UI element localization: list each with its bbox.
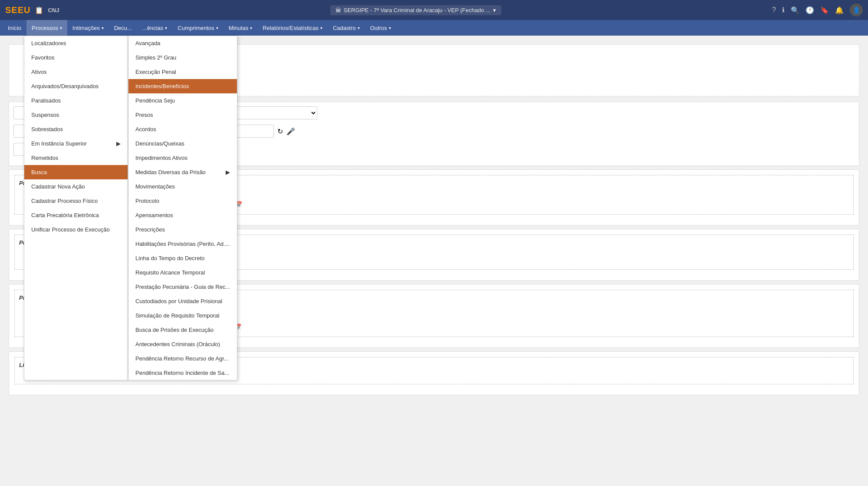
nav-intimacoes-arrow: ▾ (102, 26, 104, 30)
nav-encias-arrow: ▾ (165, 26, 167, 30)
menu-busca[interactable]: Busca (24, 165, 128, 179)
nav-outros[interactable]: Outros ▾ (365, 20, 396, 36)
menu-ativos[interactable]: Ativos (24, 65, 128, 79)
menu-localizadores[interactable]: Localizadores (24, 36, 128, 50)
menu-remetidos[interactable]: Remetidos (24, 151, 128, 165)
nav-processos-label: Processos (32, 25, 58, 31)
menu-arquivados[interactable]: Arquivados/Desarquivados (24, 79, 128, 93)
nav-relatorios-label: Relatórios/Estatísticas (263, 25, 319, 31)
nav-intimacoes-label: Intimações (72, 25, 100, 31)
court-selector[interactable]: 🏛 SERGIPE - 7ª Vara Criminal de Aracaju … (330, 5, 501, 15)
menu-em-instancia-label: Em Instância Superior (31, 140, 87, 147)
menu-prestacao-pecuniaria[interactable]: Prestação Pecuniária - Guia de Rec... (128, 280, 237, 294)
topbar-right: ? ℹ 🔍 🕐 🔖 🔔 👤 (772, 3, 863, 17)
menu-simulacao[interactable]: Simulação de Requisito Temporal (128, 308, 237, 323)
menu-requisito-alcance[interactable]: Requisito Alcance Temporal (128, 265, 237, 280)
nav-outros-arrow: ▾ (389, 26, 391, 30)
nav-outros-label: Outros (370, 25, 387, 31)
menu-custodiados[interactable]: Custodiados por Unidade Prisional (128, 294, 237, 308)
help-icon[interactable]: ? (772, 6, 776, 14)
menu-carta-precatoria[interactable]: Carta Precatória Eletrônica (24, 208, 128, 222)
nav-processos[interactable]: Processos ▾ (26, 20, 67, 36)
menu-movimentacoes[interactable]: Movimentações (128, 179, 237, 194)
menu-sobrestados[interactable]: Sobrestados (24, 122, 128, 136)
menu-execucao-penal[interactable]: Execução Penal (128, 65, 237, 79)
menu-habilitacoes[interactable]: Habilitações Provisórias (Perito, Ad.... (128, 237, 237, 251)
cnj-icon[interactable]: CNJ (48, 7, 59, 13)
menu-apensamentos[interactable]: Apensamentos (128, 208, 237, 222)
menu-incidentes-beneficios[interactable]: Incidentes/Benefícios (128, 79, 237, 93)
nav-minutas-arrow: ▾ (250, 26, 252, 30)
menu-paralisados[interactable]: Paralisados (24, 93, 128, 108)
menu-protocolo[interactable]: Protocolo (128, 194, 237, 208)
menu-prescricoes[interactable]: Prescrições (128, 222, 237, 237)
info-icon[interactable]: ℹ (782, 6, 785, 14)
menu-em-instancia[interactable]: Em Instância Superior ▶ (24, 136, 128, 151)
nav-encias-label: ...ências (142, 25, 163, 31)
nav-decu[interactable]: Decu... (109, 20, 137, 36)
menu-avancada[interactable]: Avançada (128, 36, 237, 50)
menu-cadastrar-nova-acao[interactable]: Cadastrar Nova Ação (24, 179, 128, 194)
processos-secondary-menu: Avançada Simples 2º Grau Execução Penal … (128, 36, 237, 380)
nav-inicio[interactable]: Início (3, 20, 26, 36)
menu-medidas-diversas-arrow: ▶ (226, 169, 230, 175)
nav-minutas-label: Minutas (229, 25, 249, 31)
mic-button[interactable]: 🎤 (286, 127, 295, 136)
court-name: SERGIPE - 7ª Vara Criminal de Aracaju - … (344, 7, 490, 13)
history-icon[interactable]: 🕐 (806, 6, 814, 14)
menu-impedimentos-ativos[interactable]: Impedimentos Ativos (128, 151, 237, 165)
menu-suspensos[interactable]: Suspensos (24, 108, 128, 122)
menu-cadastrar-processo-fisico[interactable]: Cadastrar Processo Físico (24, 194, 128, 208)
nav-processos-arrow: ▾ (60, 26, 62, 30)
building-icon: 🏛 (335, 7, 341, 13)
processos-dropdown: Localizadores Favoritos Ativos Arquivado… (24, 36, 237, 380)
menu-denuncias-queixas[interactable]: Denúncias/Queixas (128, 136, 237, 151)
menu-pendencia-recurso[interactable]: Pendência Retorno Recurso de Agr... (128, 351, 237, 366)
nav-cadastro[interactable]: Cadastro ▾ (328, 20, 365, 36)
nav-intimacoes[interactable]: Intimações ▾ (67, 20, 109, 36)
menu-simples-2grau[interactable]: Simples 2º Grau (128, 50, 237, 65)
menu-favoritos[interactable]: Favoritos (24, 50, 128, 65)
nav-decu-label: Decu... (114, 25, 132, 31)
logo: SEEU (5, 5, 30, 15)
navbar: Início Processos ▾ Intimações ▾ Decu... … (0, 20, 868, 36)
nav-encias[interactable]: ...ências ▾ (137, 20, 172, 36)
nav-relatorios-arrow: ▾ (320, 26, 322, 30)
menu-pendencia-seju[interactable]: Pendência Seju (128, 93, 237, 108)
nav-cumprimentos[interactable]: Cumprimentos ▾ (172, 20, 224, 36)
processos-primary-menu: Localizadores Favoritos Ativos Arquivado… (24, 36, 128, 380)
search-icon[interactable]: 🔍 (791, 6, 799, 14)
nav-cumprimentos-label: Cumprimentos (178, 25, 214, 31)
menu-busca-prisoes[interactable]: Busca de Prisões de Execução (128, 323, 237, 337)
topbar-left: SEEU 📋 CNJ (5, 5, 59, 15)
menu-medidas-diversas[interactable]: Medidas Diversas da Prisão ▶ (128, 165, 237, 179)
nav-relatorios[interactable]: Relatórios/Estatísticas ▾ (257, 20, 328, 36)
nav-cadastro-label: Cadastro (333, 25, 356, 31)
menu-unificar[interactable]: Unificar Processo de Execução (24, 222, 128, 237)
notification-icon[interactable]: 🔔 (835, 6, 844, 14)
menu-antecedentes[interactable]: Antecedentes Criminais (Oráculo) (128, 337, 237, 351)
nav-cadastro-arrow: ▾ (358, 26, 360, 30)
menu-medidas-diversas-label: Medidas Diversas da Prisão (135, 169, 206, 175)
menu-pendencia-incidente[interactable]: Pendência Retorno Incidente de Sa... (128, 366, 237, 380)
bookmark-icon[interactable]: 🔖 (820, 6, 829, 14)
menu-em-instancia-arrow: ▶ (116, 140, 121, 147)
nav-minutas[interactable]: Minutas ▾ (224, 20, 258, 36)
avatar[interactable]: 👤 (850, 3, 863, 17)
nav-cumprimentos-arrow: ▾ (216, 26, 218, 30)
menu-presos[interactable]: Presos (128, 108, 237, 122)
menu-acordos[interactable]: Acordos (128, 122, 237, 136)
spinner-icon: ↻ (277, 127, 283, 136)
chevron-down-icon: ▾ (493, 7, 496, 13)
nav-inicio-label: Início (8, 25, 21, 31)
copy-icon[interactable]: 📋 (35, 6, 43, 14)
menu-linha-tempo[interactable]: Linha do Tempo do Decreto (128, 251, 237, 265)
topbar: SEEU 📋 CNJ 🏛 SERGIPE - 7ª Vara Criminal … (0, 0, 868, 20)
